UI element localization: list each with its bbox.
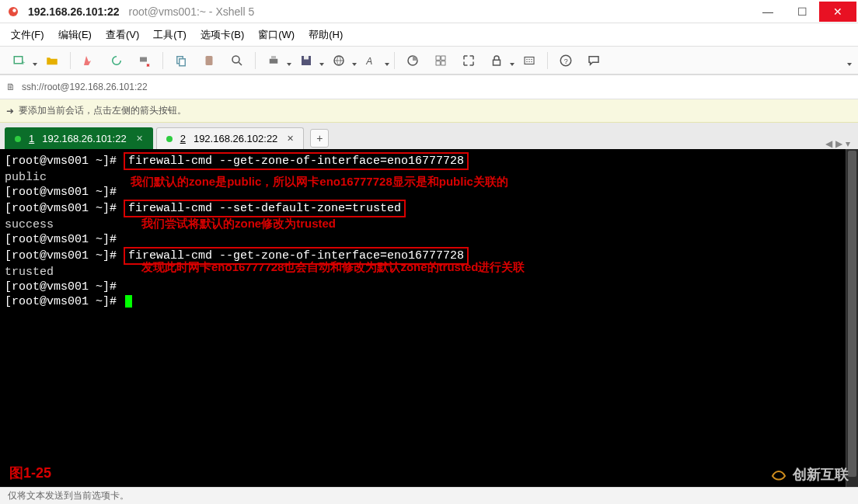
copy-icon[interactable]: [168, 50, 194, 71]
refresh-icon[interactable]: [103, 50, 130, 71]
shell-prompt: [root@vms001 ~]#: [5, 295, 124, 308]
toolbar-separator: [70, 52, 71, 69]
shell-command: firewall-cmd --get-zone-of-interface=eno…: [124, 152, 469, 170]
svg-point-25: [526, 61, 528, 62]
search-icon[interactable]: [224, 50, 250, 71]
svg-rect-18: [436, 61, 440, 64]
shell-prompt: [root@vms001 ~]#: [5, 249, 124, 262]
globe-icon[interactable]: [326, 50, 352, 71]
keypad-icon[interactable]: [516, 50, 542, 71]
font-icon[interactable]: A: [358, 50, 385, 71]
toolbar-separator: [162, 52, 163, 69]
tile-icon[interactable]: [427, 50, 454, 71]
address-bar[interactable]: 🗎 ssh://root@192.168.26.101:22: [0, 75, 858, 99]
svg-rect-7: [206, 56, 213, 65]
session-tab-2[interactable]: 2 192.168.26.102:22 ✕: [156, 127, 305, 149]
tab-close-icon[interactable]: ✕: [136, 134, 143, 144]
tab-prev-icon[interactable]: ◀: [825, 138, 832, 149]
chevron-down-icon[interactable]: [287, 63, 291, 66]
chevron-down-icon[interactable]: [319, 63, 324, 66]
shell-command: firewall-cmd --set-default-zone=trusted: [124, 200, 406, 217]
terminal-line: [root@vms001 ~]# firewall-cmd --get-zone…: [5, 152, 853, 170]
svg-rect-20: [494, 60, 500, 65]
status-dot-icon: [15, 136, 21, 142]
tab-nav-arrows: ◀ ▶ ▾: [825, 138, 853, 149]
terminal-plus-icon[interactable]: +: [6, 50, 33, 71]
svg-text:?: ?: [564, 57, 568, 64]
svg-rect-12: [304, 56, 309, 60]
svg-rect-9: [270, 58, 278, 63]
toolbar: + A ?: [0, 47, 858, 75]
terminal-cursor: [125, 295, 132, 308]
svg-text:+: +: [21, 59, 25, 67]
hint-text: 要添加当前会话，点击左侧的箭头按钮。: [19, 104, 187, 117]
chevron-down-icon[interactable]: [385, 63, 389, 66]
terminal-scrollbar[interactable]: [846, 149, 858, 487]
lock-icon[interactable]: [483, 50, 510, 71]
tab-close-icon[interactable]: ✕: [287, 134, 294, 144]
chevron-down-icon[interactable]: [847, 63, 852, 66]
window-title-main: 192.168.26.101:22: [28, 5, 120, 18]
svg-rect-4: [140, 57, 147, 61]
add-tab-button[interactable]: +: [310, 129, 329, 148]
shell-prompt: [root@vms001 ~]#: [5, 155, 124, 168]
tab-label: 192.168.26.102:22: [194, 133, 277, 144]
save-icon[interactable]: [293, 50, 319, 71]
svg-point-8: [232, 56, 239, 63]
menu-help[interactable]: 帮助(H): [304, 26, 347, 44]
menu-window[interactable]: 窗口(W): [253, 26, 299, 44]
arrow-icon[interactable]: ➜: [6, 106, 14, 116]
status-text: 仅将文本发送到当前选项卡。: [8, 489, 129, 502]
terminal-line: [root@vms001 ~]#: [5, 232, 853, 247]
toolbar-separator: [394, 52, 395, 69]
tab-index: 2: [180, 133, 186, 144]
terminal-line: [root@vms001 ~]#: [5, 280, 853, 294]
print-icon[interactable]: [260, 50, 287, 71]
svg-rect-16: [436, 56, 440, 60]
menu-file[interactable]: 文件(F): [6, 26, 49, 44]
plug-x-icon[interactable]: [131, 50, 158, 71]
menu-edit[interactable]: 编辑(E): [54, 26, 96, 44]
tab-menu-icon[interactable]: ▾: [846, 138, 850, 149]
pointer-icon[interactable]: [75, 50, 102, 71]
toolbar-separator: [255, 52, 256, 69]
annotation-text: 我们默认的zone是public，所以网卡eno16777728显示是和publ…: [131, 174, 508, 189]
svg-point-27: [531, 61, 532, 62]
shell-prompt: [root@vms001 ~]#: [5, 280, 117, 294]
minimize-button[interactable]: —: [751, 2, 785, 22]
folder-open-icon[interactable]: [39, 50, 65, 71]
chevron-down-icon[interactable]: [510, 63, 514, 66]
close-button[interactable]: ✕: [819, 2, 856, 22]
svg-rect-21: [525, 57, 534, 64]
terminal-pane[interactable]: [root@vms001 ~]# firewall-cmd --get-zone…: [0, 149, 858, 487]
tab-index: 1: [29, 133, 34, 144]
maximize-button[interactable]: ☐: [785, 2, 819, 22]
session-tab-bar: 1 192.168.26.101:22 ✕ 2 192.168.26.102:2…: [0, 123, 858, 149]
color-swatch-icon[interactable]: [399, 50, 426, 71]
scrollbar-thumb[interactable]: [848, 151, 856, 477]
chat-icon[interactable]: [581, 50, 607, 71]
svg-point-23: [528, 58, 530, 60]
shell-prompt: [root@vms001 ~]#: [5, 186, 117, 199]
chevron-down-icon[interactable]: [33, 63, 37, 66]
menu-view[interactable]: 查看(V): [101, 26, 144, 44]
paste-icon[interactable]: [196, 50, 222, 71]
chevron-down-icon[interactable]: [352, 63, 357, 66]
window-title-sub: root@vms001:~ - Xshell 5: [129, 5, 255, 18]
expand-icon[interactable]: [455, 50, 482, 71]
svg-rect-6: [180, 58, 186, 65]
figure-label: 图1-25: [9, 466, 51, 481]
app-icon: [6, 5, 20, 19]
svg-point-1: [12, 9, 16, 12]
svg-point-24: [531, 58, 532, 60]
lock-inline-icon: 🗎: [6, 82, 16, 92]
session-tab-1[interactable]: 1 192.168.26.101:22 ✕: [5, 127, 153, 149]
menu-tools[interactable]: 工具(T): [148, 26, 191, 44]
tab-next-icon[interactable]: ▶: [835, 138, 842, 149]
svg-rect-19: [441, 61, 445, 64]
hint-bar: ➜ 要添加当前会话，点击左侧的箭头按钮。: [0, 99, 858, 123]
help-icon[interactable]: ?: [553, 50, 579, 71]
svg-rect-17: [441, 56, 445, 60]
terminal-line: [root@vms001 ~]# firewall-cmd --set-defa…: [5, 200, 853, 217]
menu-tab[interactable]: 选项卡(B): [196, 26, 249, 44]
